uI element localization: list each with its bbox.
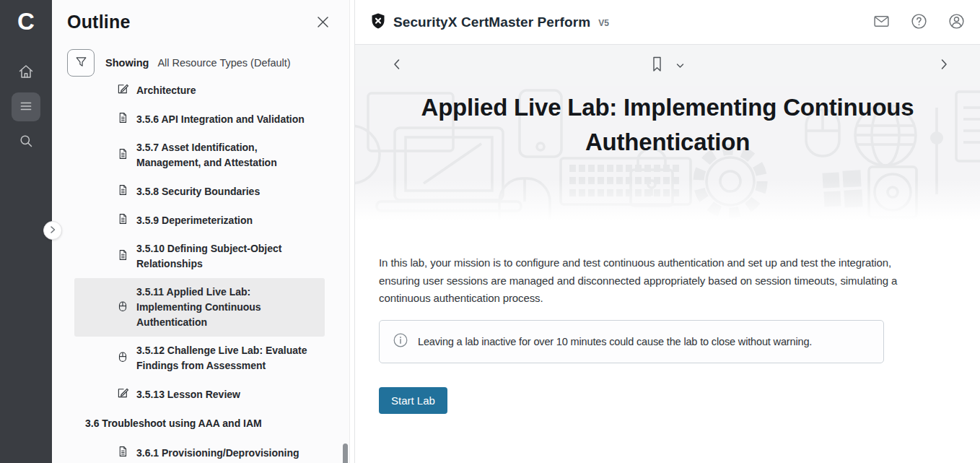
list-item-label: 3.5.9 Deperimeterization [136, 213, 253, 228]
list-item[interactable]: 3.5.7 Asset Identification, Management, … [74, 134, 325, 177]
close-outline-button[interactable] [314, 13, 332, 33]
list-item[interactable]: 3.6.1 Provisioning/Deprovisioning [74, 438, 325, 463]
list-item-label: 3.5.6 API Integration and Validation [136, 112, 305, 127]
lab-body: In this lab, your mission is to configur… [355, 221, 980, 414]
showing-label: Showing [105, 57, 149, 69]
list-item[interactable]: 3.5.8 Security Boundaries [74, 177, 325, 206]
list-item-label: 3.6.1 Provisioning/Deprovisioning [136, 446, 299, 461]
lesson-nav-bar [355, 44, 980, 86]
list-item[interactable]: 3.5.10 Defining Subject-Object Relations… [74, 235, 325, 278]
search-button[interactable] [12, 127, 40, 156]
document-icon [116, 248, 129, 264]
list-item[interactable]: 3.5.9 Deperimeterization [74, 206, 325, 235]
title-banner: Applied Live Lab: Implementing Continuou… [355, 86, 980, 221]
product-brand: SecurityX CertMaster Perform V5 [369, 12, 609, 33]
list-item[interactable]: 3.5.12 Challenge Live Lab: Evaluate Find… [74, 337, 325, 380]
home-icon [17, 63, 35, 82]
inactivity-notice: Leaving a lab inactive for over 10 minut… [379, 320, 884, 363]
account-icon [948, 12, 966, 33]
close-icon [317, 20, 329, 30]
document-icon [116, 183, 129, 199]
page-title: Applied Live Lab: Implementing Continuou… [379, 86, 956, 160]
messages-button[interactable] [872, 12, 891, 33]
chevron-right-icon [48, 225, 57, 236]
search-icon [17, 132, 35, 152]
document-icon [116, 445, 129, 461]
product-version: V5 [598, 18, 609, 28]
product-title: SecurityX CertMaster Perform [393, 14, 590, 30]
list-item-label: 3.5.10 Defining Subject-Object Relations… [136, 241, 316, 272]
list-item[interactable]: Architecture [74, 79, 325, 105]
notice-text: Leaving a lab inactive for over 10 minut… [418, 336, 812, 347]
filter-row: Showing All Resource Types (Default) [67, 49, 349, 77]
list-item[interactable]: 3.5.13 Lesson Review [74, 380, 325, 409]
previous-page-button[interactable] [391, 58, 403, 73]
document-icon [116, 147, 129, 163]
chevron-down-icon [676, 60, 685, 71]
comptia-logo: C [17, 6, 35, 38]
lab-description: In this lab, your mission is to configur… [379, 254, 932, 308]
chevron-left-icon [391, 58, 403, 73]
outline-scrollbar[interactable] [343, 443, 348, 463]
document-icon [116, 111, 129, 127]
filter-value: All Resource Types (Default) [157, 57, 290, 69]
list-item-label: Architecture [136, 85, 196, 96]
collapse-panel-button[interactable] [43, 221, 62, 240]
main-content: SecurityX CertMaster Perform V5 [354, 0, 980, 463]
contents-icon [17, 98, 35, 117]
list-item-label: 3.5.8 Security Boundaries [136, 184, 260, 199]
lab-mouse-icon [116, 350, 129, 366]
bookmark-icon [651, 56, 664, 75]
app-window: C [0, 0, 980, 463]
lesson-review-icon [116, 386, 129, 402]
account-button[interactable] [948, 12, 966, 33]
list-item-selected[interactable]: 3.5.11 Applied Live Lab: Implementing Co… [74, 278, 325, 337]
chevron-right-icon [938, 58, 950, 73]
lesson-review-icon [116, 82, 129, 98]
list-item-label: 3.5.11 Applied Live Lab: Implementing Co… [136, 285, 294, 330]
shield-logo-icon [369, 12, 387, 33]
lab-mouse-icon [116, 300, 129, 316]
home-button[interactable] [12, 58, 40, 87]
outline-panel-title: Outline [67, 12, 131, 33]
outline-button[interactable] [12, 92, 40, 121]
list-item-label: 3.5.13 Lesson Review [136, 387, 240, 402]
help-button[interactable] [910, 12, 928, 33]
filter-funnel-icon [74, 55, 88, 71]
document-icon [116, 212, 129, 228]
start-lab-button[interactable]: Start Lab [379, 387, 447, 414]
top-header: SecurityX CertMaster Perform V5 [355, 0, 980, 44]
outline-panel: Outline Showing All Resource Types (Defa… [52, 0, 350, 463]
bookmark-button[interactable] [651, 56, 664, 75]
mail-icon [872, 12, 891, 33]
section-heading[interactable]: 3.6 Troubleshoot using AAA and IAM [74, 409, 325, 438]
list-item-label: 3.5.12 Challenge Live Lab: Evaluate Find… [136, 343, 316, 373]
list-item[interactable]: 3.5.6 API Integration and Validation [74, 105, 325, 134]
outline-list: Architecture 3.5.6 API Integration and V… [52, 79, 349, 463]
info-icon [393, 332, 408, 351]
list-item-label: 3.5.7 Asset Identification, Management, … [136, 140, 316, 170]
filter-button[interactable] [67, 49, 95, 77]
bookmark-menu-button[interactable] [676, 60, 685, 71]
next-page-button[interactable] [938, 58, 950, 73]
help-icon [910, 12, 928, 33]
